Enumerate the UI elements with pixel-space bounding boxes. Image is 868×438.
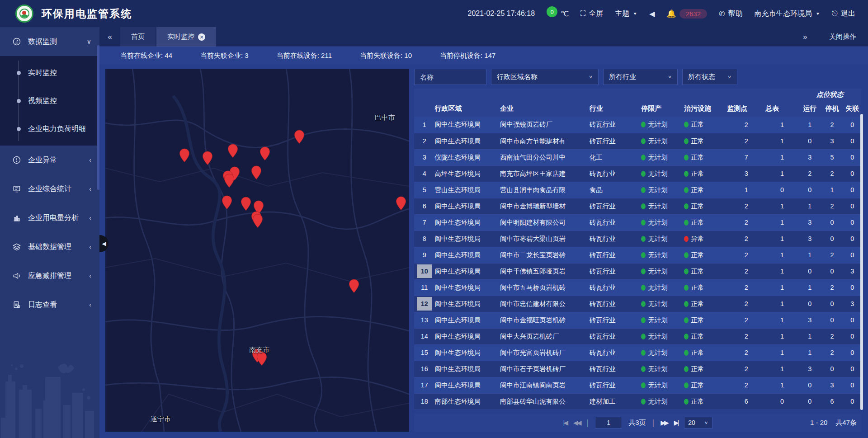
cell-index: 11 [414, 279, 434, 296]
table-row[interactable]: 3仪陇生态环境局西南油气田分公司川中化工无计划正常71350 [414, 149, 861, 165]
name-filter-input[interactable] [420, 73, 481, 81]
table-row[interactable]: 13阆中生态环境局阆中市金福旺页岩机砖砖瓦行业无计划正常21300 [414, 312, 861, 328]
map-pin-icon[interactable] [222, 195, 232, 210]
cell-production-status: 无计划 [641, 182, 684, 198]
table-row[interactable]: 10阆中生态环境局阆中千佛镇五郎垭页岩砖瓦行业无计划正常21003 [414, 263, 861, 279]
table-row[interactable]: 5营山生态环境局营山县润丰肉食品有限食品无计划正常10010 [414, 182, 861, 198]
tab-close-icon[interactable]: ✕ [198, 33, 205, 41]
page-number-input[interactable] [595, 417, 622, 429]
table-row[interactable]: 7阆中生态环境局阆中明阳建材有限公司砖瓦行业无计划正常21300 [414, 214, 861, 231]
cell-index: 5 [414, 182, 434, 198]
region-filter-select[interactable]: 行政区域名称 ∨ [491, 69, 599, 85]
sidebar-scrollbar[interactable] [97, 45, 99, 190]
industry-filter-select[interactable]: 所有行业 ∨ [603, 69, 678, 85]
map-pin-icon[interactable] [227, 144, 238, 158]
map-pin-icon[interactable] [349, 279, 359, 293]
table-row[interactable]: 12阆中生态环境局阆中市忠信建材有限公砖瓦行业无计划正常21003 [414, 296, 861, 312]
chevron-down-icon: ∨ [87, 38, 91, 45]
next-page-button[interactable]: ▶▶ [660, 419, 668, 426]
table-row[interactable]: 16阆中生态环境局阆中市石子页岩机砖厂砖瓦行业无计划正常21300 [414, 361, 861, 377]
map-pin-icon[interactable] [259, 146, 270, 161]
table-row[interactable]: 2阆中生态环境局阆中市南方节能建材有砖瓦行业无计划正常21030 [414, 133, 861, 149]
cell-monitor-points: 2 [727, 296, 765, 312]
table-row[interactable]: 11阆中生态环境局阆中市五马桥页岩机砖砖瓦行业无计划正常21120 [414, 279, 861, 296]
chevron-left-icon: ‹ [89, 185, 91, 193]
cell-running: 3 [799, 149, 821, 165]
map-pin-icon[interactable] [179, 148, 190, 163]
map-pin-icon[interactable] [294, 130, 305, 144]
cell-total-meters: 1 [765, 328, 798, 344]
close-operations-button[interactable]: 关闭操作 [829, 33, 856, 41]
stat-item-3: 当前失联设备: 10 [360, 52, 412, 60]
sidebar-subitem-0-2[interactable]: 企业电力负荷明细 [0, 115, 99, 143]
cell-industry: 砖瓦行业 [590, 328, 642, 344]
cell-stopped: 2 [821, 247, 843, 263]
map-pin-icon[interactable] [224, 174, 235, 188]
mute-button[interactable]: ◀ [649, 9, 655, 18]
cell-index: 17 [414, 377, 434, 393]
sidebar-item-5[interactable]: 应急减排管理‹ [0, 261, 99, 290]
table-row[interactable]: 8阆中生态环境局阆中市枣碧大梁山页岩砖瓦行业无计划异常21300 [414, 231, 861, 247]
status-dot-icon [641, 301, 646, 307]
map-pin-icon[interactable] [252, 214, 263, 228]
chevron-left-icon: ‹ [89, 156, 91, 164]
table-row[interactable]: 17阆中生态环境局阆中市江南镇阆南页岩砖瓦行业无计划正常21030 [414, 377, 861, 393]
prev-page-button[interactable]: ◀◀ [573, 419, 580, 426]
map-pin-icon[interactable] [251, 165, 262, 180]
cell-production-status: 无计划 [641, 312, 684, 328]
status-dot-icon [684, 220, 689, 226]
table-scrollbar[interactable] [860, 114, 863, 410]
cell-running: 0 [799, 377, 821, 393]
page-size-select[interactable]: 20 ∨ [684, 417, 712, 429]
tab-0[interactable]: 首页 [120, 27, 156, 47]
last-page-button[interactable]: ▶| [674, 419, 678, 426]
sidebar-item-1[interactable]: 企业异常‹ [0, 146, 99, 174]
table-row[interactable]: 15阆中生态环境局阆中市光富页岩机砖厂砖瓦行业无计划正常21120 [414, 344, 861, 361]
first-page-button[interactable]: |◀ [563, 419, 567, 426]
tab-label: 实时监控 [167, 33, 194, 41]
org-dropdown[interactable]: 南充市生态环境局 ▼ [754, 9, 820, 19]
sidebar-item-2[interactable]: 企业综合统计‹ [0, 174, 99, 203]
sidebar-subitem-0-0[interactable]: 实时监控 [0, 59, 99, 87]
table-row[interactable]: 4高坪生态环境局南充市高坪区王家店建砖瓦行业无计划正常31220 [414, 165, 861, 182]
cell-treatment-status: 正常 [684, 214, 727, 231]
name-filter-field[interactable] [414, 69, 486, 85]
notifications-button[interactable]: 🔔 2632 [666, 9, 707, 19]
theme-dropdown[interactable]: 主题 ▼ [615, 9, 637, 19]
cell-total-meters: 1 [765, 279, 798, 296]
map-panel[interactable]: 巴中市南充市遂宁市 [105, 69, 409, 432]
cell-treatment-status: 正常 [684, 198, 727, 214]
cell-running: 3 [799, 231, 821, 247]
cell-company: 南充市高坪区王家店建 [500, 165, 590, 182]
cell-company: 阆中市二龙长宝页岩砖 [500, 247, 590, 263]
logout-button[interactable]: ⎋ 退出 [832, 9, 855, 19]
sidebar-subitem-0-1[interactable]: 视频监控 [0, 87, 99, 115]
table-row[interactable]: 1阆中生态环境局阆中强锐页岩砖厂砖瓦行业无计划正常21120 [414, 117, 861, 133]
cell-production-status: 无计划 [641, 149, 684, 165]
chevron-left-icon: ‹ [89, 272, 91, 279]
table-row[interactable]: 6阆中生态环境局阆中市金博瑞新型墙材砖瓦行业无计划正常21120 [414, 198, 861, 214]
cell-running: 3 [799, 361, 821, 377]
map-pin-icon[interactable] [241, 197, 251, 211]
cell-stopped: 0 [821, 263, 843, 279]
table-row[interactable]: 14阆中生态环境局阆中大兴页岩机砖厂砖瓦行业无计划正常21120 [414, 328, 861, 344]
tabs-scroll-right-button[interactable]: » [795, 33, 816, 42]
sidebar-item-0[interactable]: 数据监测∨ [0, 27, 99, 56]
cell-running: 1 [799, 117, 821, 133]
cell-industry: 砖瓦行业 [590, 165, 642, 182]
fullscreen-button[interactable]: ⛶ 全屏 [580, 9, 603, 19]
cell-company: 阆中市石子页岩机砖厂 [500, 361, 590, 377]
sidebar-item-6[interactable]: 日志查看‹ [0, 290, 99, 319]
cell-stopped: 2 [821, 198, 843, 214]
sidebar: 数据监测∨实时监控视频监控企业电力负荷明细企业异常‹企业综合统计‹企业用电量分析… [0, 27, 99, 438]
tab-1[interactable]: 实时监控✕ [156, 27, 216, 47]
map-pin-icon[interactable] [202, 151, 213, 165]
sidebar-item-3[interactable]: 企业用电量分析‹ [0, 203, 99, 232]
sidebar-item-4[interactable]: 基础数据管理‹ [0, 232, 99, 261]
map-pin-icon[interactable] [396, 196, 406, 211]
table-row[interactable]: 18南部生态环境局南部县砖华山泥有限公建材加工无计划正常60060 [414, 393, 861, 410]
tabs-scroll-left-button[interactable]: « [99, 27, 120, 47]
table-row[interactable]: 9阆中生态环境局阆中市二龙长宝页岩砖砖瓦行业无计划正常21120 [414, 247, 861, 263]
help-button[interactable]: ✆ 帮助 [719, 9, 742, 19]
status-filter-select[interactable]: 所有状态 ∨ [682, 69, 737, 85]
